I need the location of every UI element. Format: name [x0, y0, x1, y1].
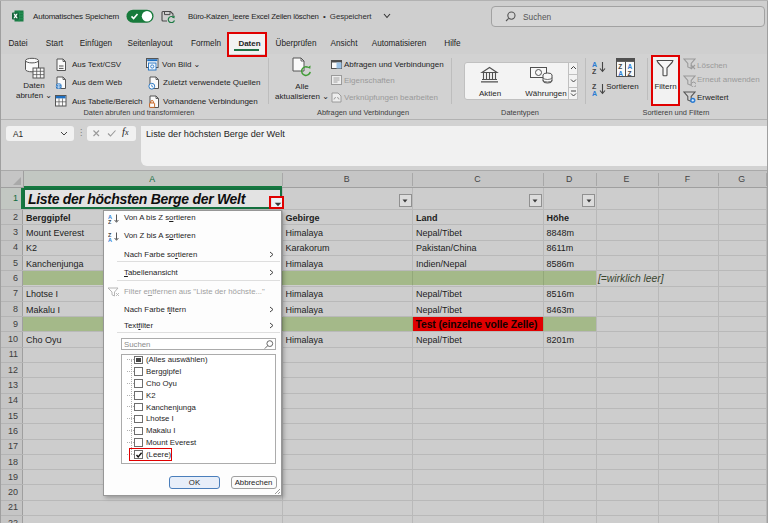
svg-text:Z: Z: [108, 219, 112, 224]
svg-text:A: A: [592, 61, 597, 68]
svg-text:A: A: [618, 69, 623, 76]
svg-text:Z: Z: [618, 62, 622, 69]
svg-text:A: A: [108, 237, 112, 242]
svg-text:Z: Z: [592, 68, 597, 75]
svg-text:Z: Z: [628, 69, 632, 76]
svg-text:A: A: [628, 62, 633, 69]
